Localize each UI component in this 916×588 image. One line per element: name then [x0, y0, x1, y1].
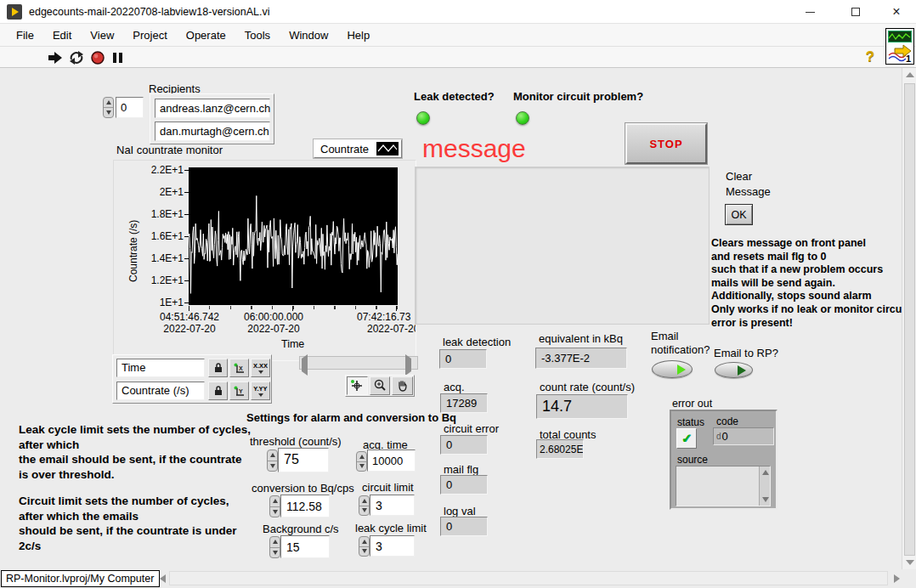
horizontal-scrollbar[interactable] — [169, 571, 888, 585]
countrate-plot-area[interactable] — [189, 167, 398, 305]
note-line: 2c/s — [19, 539, 261, 554]
menu-operate[interactable]: Operate — [177, 24, 235, 46]
menu-window[interactable]: Window — [280, 24, 337, 46]
y-autoscale-icon[interactable]: Y — [229, 382, 249, 400]
error-status-check-icon: ✓ — [676, 428, 697, 449]
background-field[interactable]: 15 — [280, 535, 330, 558]
conversion-label: conversion to Bq/cps — [252, 482, 354, 495]
recipients-index-field[interactable]: 0 — [116, 97, 144, 118]
bottom-bar: RP-Monitor.lvproj/My Computer — [0, 569, 916, 588]
x-tick-date: 2022-07-20 — [235, 323, 313, 335]
acq-time-field[interactable]: 10000 — [367, 449, 416, 472]
note-line: is over threshold. — [19, 467, 261, 483]
leak-detected-label: Leak detected? — [414, 90, 495, 103]
threshold-field[interactable]: 75 — [278, 448, 329, 472]
circuit-error-value: 0 — [440, 435, 488, 455]
menu-edit[interactable]: Edit — [43, 24, 81, 46]
y-format-button[interactable]: Y.YY — [251, 382, 270, 400]
menu-view[interactable]: View — [81, 24, 123, 46]
graph-x-scrollbar[interactable] — [299, 356, 418, 370]
ok-button[interactable]: OK — [725, 204, 753, 225]
y-format-label: Y.YY — [253, 386, 267, 393]
zoom-tool-button[interactable] — [370, 376, 391, 395]
leak-detected-led — [416, 111, 430, 125]
scroll-up-icon[interactable] — [762, 470, 769, 475]
run-continuous-button[interactable] — [67, 49, 86, 66]
x-autoscale-icon[interactable]: X — [229, 359, 249, 377]
y-tick: 1.2E+1 — [134, 274, 184, 286]
menu-tools[interactable]: Tools — [235, 24, 280, 46]
mail-flg-label: mail flg — [444, 463, 478, 476]
help-line: Additionally, stops sound alarm — [711, 290, 916, 303]
plot-legend[interactable]: Countrate — [314, 139, 402, 158]
toolbar: ? — [0, 46, 916, 68]
menu-file[interactable]: File — [7, 24, 43, 46]
circuit-limit-field[interactable]: 3 — [370, 495, 415, 516]
pan-tool-button[interactable] — [392, 376, 413, 395]
y-tick: 2.2E+1 — [134, 164, 184, 176]
conversion-spinner[interactable] — [269, 495, 280, 517]
pause-button[interactable] — [108, 49, 127, 66]
x-scale-name-combo[interactable]: Time — [116, 359, 205, 377]
mail-flg-value: 0 — [440, 475, 488, 495]
help-line: and resets mail flg to 0 — [711, 251, 916, 264]
total-counts-value: 2.68025E+6 — [536, 439, 584, 459]
leak-cycle-limit-field[interactable]: 3 — [370, 535, 415, 557]
abort-button[interactable] — [88, 49, 107, 66]
acq-time-spinner[interactable] — [356, 451, 367, 472]
circuit-error-label: circuit error — [444, 422, 499, 435]
scroll-up-icon[interactable] — [902, 68, 916, 82]
vi-icon-badge[interactable]: 1 — [885, 28, 914, 65]
stop-button[interactable]: STOP — [625, 123, 707, 164]
scroll-left-icon[interactable] — [156, 572, 169, 585]
x-format-button[interactable]: X.XX — [251, 359, 270, 377]
x-axis-label: Time — [281, 338, 304, 350]
recipient-email-field-2[interactable]: dan.murtagh@cern.ch — [155, 122, 270, 141]
message-title: message — [422, 134, 526, 163]
recipient-email-field-1[interactable]: andreas.lanz@cern.ch — [155, 99, 270, 118]
email-notification-label-line1: Email — [651, 330, 679, 342]
background-spinner[interactable] — [269, 536, 280, 558]
conversion-field[interactable]: 112.58 — [280, 495, 330, 517]
x-scale-lock-icon[interactable] — [208, 359, 228, 377]
leak-cycle-limit-spinner[interactable] — [359, 536, 370, 557]
recipients-index-spinner[interactable] — [103, 97, 114, 118]
radix-indicator: d — [716, 432, 721, 441]
circuit-limit-spinner[interactable] — [359, 495, 370, 516]
error-source-label: source — [677, 454, 708, 466]
execution-target-label[interactable]: RP-Monitor.lvproj/My Computer — [1, 570, 160, 587]
source-scrollbar[interactable] — [759, 466, 770, 506]
y-scale-lock-icon[interactable] — [208, 382, 228, 400]
vi-icon-waveform-screen — [888, 31, 912, 42]
vertical-scrollbar[interactable] — [902, 68, 916, 569]
leak-detection-value: 0 — [439, 349, 487, 369]
graph-scroll-left-icon[interactable] — [302, 359, 312, 368]
x-tick-2: 07:42:16.73 2022-07-20 — [357, 311, 416, 335]
circuit-limit-label: circuit limit — [362, 481, 414, 494]
context-help-icon[interactable]: ? — [862, 48, 879, 67]
cursor-tool-button[interactable] — [347, 376, 368, 395]
scroll-down-icon[interactable] — [902, 556, 916, 569]
menu-help[interactable]: Help — [337, 24, 379, 46]
maximize-button[interactable] — [836, 0, 875, 24]
graph-scroll-right-icon[interactable] — [405, 359, 416, 368]
y-tick: 1.4E+1 — [134, 252, 184, 264]
settings-header: Settings for alarm and conversion to Bq — [246, 411, 456, 424]
close-button[interactable]: × — [877, 0, 916, 24]
continuous-run-icon — [69, 51, 84, 65]
scroll-down-icon[interactable] — [762, 497, 769, 502]
email-notification-toggle[interactable] — [652, 360, 693, 378]
acq-value: 17289 — [440, 393, 488, 413]
scroll-right-icon[interactable] — [891, 572, 903, 585]
acq-label: acq. — [444, 381, 465, 393]
equivalent-kbq-value: -3.377E-2 — [535, 348, 627, 369]
run-button[interactable] — [46, 49, 65, 66]
vertical-scrollbar-thumb[interactable] — [904, 83, 915, 556]
minimize-button[interactable] — [790, 0, 829, 24]
clear-message-label-line2: Message — [726, 185, 771, 198]
email-to-rp-label: Email to RP? — [714, 347, 778, 359]
threshold-spinner[interactable] — [267, 449, 278, 472]
email-to-rp-toggle[interactable] — [715, 362, 753, 378]
menu-project[interactable]: Project — [123, 24, 176, 46]
y-scale-name-combo[interactable]: Countrate (/s) — [116, 382, 205, 400]
